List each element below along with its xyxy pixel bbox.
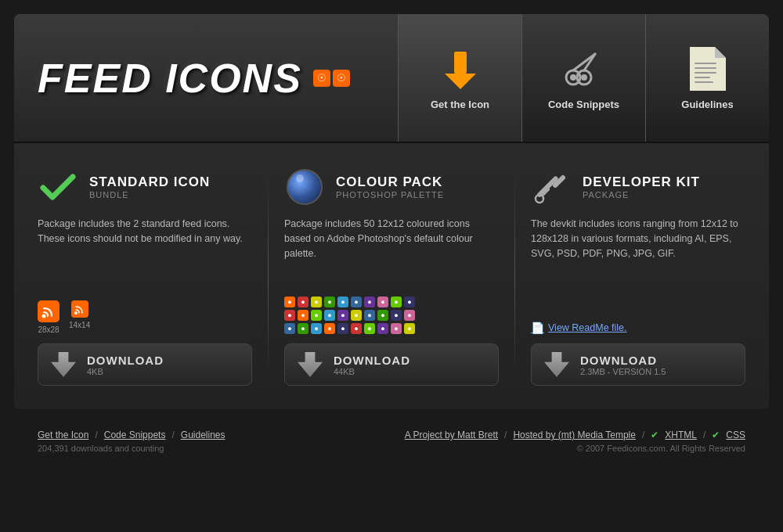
devkit-btn-size: 2.3MB - VERSION 1.5 xyxy=(580,367,666,376)
standard-subtitle: BUNDLE xyxy=(89,190,210,200)
rss-medium-icon xyxy=(71,300,88,318)
rss-icon-navy-1: ● xyxy=(404,297,415,307)
rss-icon-lime-2: ● xyxy=(311,310,322,321)
footer-css-link[interactable]: CSS xyxy=(726,430,745,440)
download-arrow-standard xyxy=(51,352,76,377)
rss-icon-lime-1: ● xyxy=(391,297,402,307)
devkit-btn-label: DOWNLOAD xyxy=(580,354,666,367)
colour-btn-size: 44KB xyxy=(334,367,410,376)
rss-icon-purple-3: ● xyxy=(377,323,388,334)
svg-rect-13 xyxy=(695,77,710,78)
svg-rect-12 xyxy=(695,72,716,74)
svg-rect-14 xyxy=(695,81,713,83)
standard-icon-card: STANDARD ICON BUNDLE Package includes th… xyxy=(38,167,252,386)
standard-header: STANDARD ICON BUNDLE xyxy=(38,167,252,207)
svg-marker-9 xyxy=(715,47,726,58)
colour-name: COLOUR PACK xyxy=(336,174,444,190)
readme-doc-icon: 📄 xyxy=(531,322,544,334)
readme-link[interactable]: 📄 View ReadMe file. xyxy=(531,322,745,334)
svg-point-15 xyxy=(42,315,46,318)
tab-code-snippets[interactable]: Code Snippets xyxy=(521,14,645,142)
rss-14-label: 14x14 xyxy=(69,321,90,329)
svg-rect-11 xyxy=(695,67,716,69)
devkit-header: DEVELOPER KIT PACKAGE xyxy=(531,167,745,207)
rss-icon-pink-3: ● xyxy=(391,323,402,334)
colour-desc: Package includes 50 12x12 coloured icons… xyxy=(284,217,499,287)
footer-project-link[interactable]: A Project by Matt Brett xyxy=(405,430,498,440)
header: FEED ICONS ☉ ☉ Get the Icon xyxy=(14,14,769,143)
rss-row-2: ● ● ● ● ● ● ● ● ● ● xyxy=(284,310,499,321)
rss-14: 14x14 xyxy=(69,300,90,334)
tab-get-icon[interactable]: Get the Icon xyxy=(398,14,521,142)
rss-icon-red-3: ● xyxy=(351,323,362,334)
tab-code-snippets-label: Code Snippets xyxy=(548,99,619,110)
footer-sep-3: / xyxy=(504,430,507,440)
devkit-card: DEVELOPER KIT PACKAGE The devkit include… xyxy=(531,167,745,386)
footer-sep-2: / xyxy=(171,430,174,440)
rss-wave-medium xyxy=(74,304,85,315)
devkit-download-btn[interactable]: DOWNLOAD 2.3MB - VERSION 1.5 xyxy=(531,343,745,386)
footer-hosted-link[interactable]: Hosted by (mt) Media Temple xyxy=(513,430,636,440)
colour-btn-label: DOWNLOAD xyxy=(334,354,410,367)
download-arrow-colour xyxy=(298,352,323,377)
document-icon xyxy=(690,47,726,91)
rss-28-label: 28x28 xyxy=(38,325,59,334)
devkit-name: DEVELOPER KIT xyxy=(583,174,700,190)
valid-check-css: ✔ xyxy=(712,430,720,440)
standard-btn-text: DOWNLOAD 4KB xyxy=(87,354,164,376)
rss-icon-orange-1: ● xyxy=(284,297,295,307)
rss-icon-yellow-1: ● xyxy=(311,297,322,307)
doc-icon xyxy=(684,45,731,92)
rss-icon-teal-3: ● xyxy=(284,323,295,334)
colour-download-btn[interactable]: DOWNLOAD 44KB xyxy=(284,343,499,386)
devkit-title: DEVELOPER KIT PACKAGE xyxy=(583,174,700,200)
rss-badge-2: ☉ xyxy=(333,70,350,87)
readme-link-text: View ReadMe file. xyxy=(548,322,627,333)
rss-row-1: ● ● ● ● ● ● ● ● ● ● xyxy=(284,297,499,307)
globe-icon xyxy=(284,167,325,207)
rss-icon-pink-2: ● xyxy=(404,310,415,321)
rss-icon-red-2: ● xyxy=(284,310,295,321)
standard-desc: Package includes the 2 standard feed ico… xyxy=(38,217,252,288)
divider-2 xyxy=(514,174,515,378)
svg-rect-0 xyxy=(454,52,467,74)
rss-icon-blue-3: ● xyxy=(311,323,322,334)
rss-badge-1: ☉ xyxy=(313,70,330,87)
svg-point-16 xyxy=(74,311,78,315)
footer-link-get-icon[interactable]: Get the Icon xyxy=(38,430,88,440)
svg-point-3 xyxy=(570,74,576,81)
rss-size-display: 28x28 14x14 xyxy=(38,300,252,334)
svg-rect-10 xyxy=(695,63,716,64)
colour-subtitle: PHOTOSHOP PALETTE xyxy=(336,190,444,200)
colour-btn-text: DOWNLOAD 44KB xyxy=(334,354,410,376)
logo-rss-badges: ☉ ☉ xyxy=(313,70,350,87)
colour-header: COLOUR PACK PHOTOSHOP PALETTE xyxy=(284,167,499,207)
rss-28: 28x28 xyxy=(38,300,60,334)
tab-guidelines[interactable]: Guidelines xyxy=(645,14,769,142)
rss-icon-orange-3: ● xyxy=(324,323,335,334)
rss-icon-red-1: ● xyxy=(298,297,309,307)
colour-pack-card: COLOUR PACK PHOTOSHOP PALETTE Package in… xyxy=(284,167,499,386)
footer-nav: Get the Icon / Code Snippets / Guideline… xyxy=(38,430,226,440)
footer-link-code[interactable]: Code Snippets xyxy=(104,430,166,440)
rss-icon-blue-1: ● xyxy=(337,297,348,307)
rss-icon-green-3: ● xyxy=(298,323,309,334)
rss-icon-orange-2: ● xyxy=(298,310,309,321)
colour-title: COLOUR PACK PHOTOSHOP PALETTE xyxy=(336,174,444,200)
footer-xhtml-link[interactable]: XHTML xyxy=(665,430,697,440)
footer-sep-4: / xyxy=(642,430,644,440)
svg-marker-1 xyxy=(445,74,476,89)
tools-icon xyxy=(531,167,572,207)
scissors-svg xyxy=(562,48,605,91)
checkmark-icon xyxy=(38,167,78,207)
rss-icon-teal-1: ● xyxy=(351,297,362,307)
footer-right: A Project by Matt Brett / Hosted by (mt)… xyxy=(405,430,745,453)
footer-link-guidelines[interactable]: Guidelines xyxy=(181,430,226,440)
nav-tabs: Get the Icon Code Snippets xyxy=(398,14,769,142)
logo-area: FEED ICONS ☉ ☉ xyxy=(14,14,398,142)
footer-sep-5: / xyxy=(703,430,705,440)
download-arrow-devkit xyxy=(544,352,569,377)
tools-svg xyxy=(532,167,571,207)
standard-download-btn[interactable]: DOWNLOAD 4KB xyxy=(38,343,252,386)
rss-large-icon xyxy=(38,300,60,322)
